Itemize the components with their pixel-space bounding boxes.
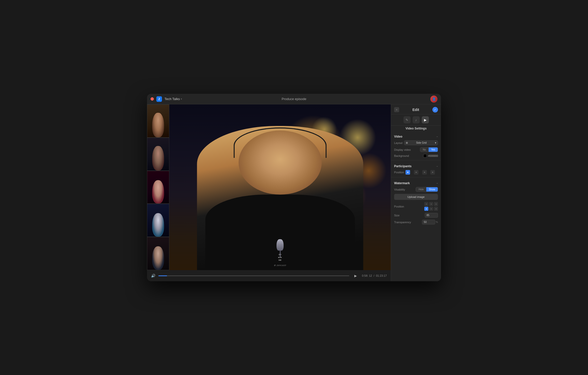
transparency-suffix: % — [436, 221, 438, 223]
progress-bar-fill — [158, 275, 167, 276]
participant-face-4 — [147, 204, 169, 237]
layout-row: Layout ⊞ Side Grid ▾ — [391, 139, 441, 146]
mic-body — [277, 239, 284, 251]
background-color-swatch[interactable] — [423, 154, 427, 158]
mic-stand — [280, 251, 281, 257]
tab-video[interactable]: ▶ — [422, 116, 429, 123]
display-video-row: Display video No Yes — [391, 146, 441, 153]
size-input[interactable] — [425, 213, 438, 218]
hide-button[interactable]: Hide — [416, 187, 426, 192]
wm-pos-tr[interactable] — [434, 202, 438, 206]
size-row: Size — [391, 212, 441, 219]
tab-edit[interactable]: ✎ — [403, 116, 411, 123]
right-panel: × Edit ✓ ✎ ♪ ▶ Video Settings Video − La… — [391, 104, 441, 281]
participant-face-5 — [147, 237, 169, 270]
panel-tabs: ✎ ♪ ▶ — [391, 114, 441, 126]
participant-thumb-2[interactable] — [147, 138, 169, 171]
pos-btn-2[interactable] — [414, 170, 418, 175]
wm-pos-bl[interactable] — [424, 207, 428, 211]
visibility-label: Visability — [394, 188, 405, 191]
participant-thumb-1[interactable] — [147, 104, 169, 138]
time-frame: 12 — [369, 274, 372, 277]
time-current: 0:58 — [362, 274, 367, 277]
volume-button[interactable]: 🔊 — [151, 274, 155, 278]
time-total: 01:23:17 — [376, 274, 387, 277]
participant-face-1 — [147, 105, 169, 137]
upload-image-button[interactable]: Upload image — [394, 194, 438, 200]
video-controls: 🔊 ▶ 0:58: 12 / 01:23:17 — [147, 270, 391, 281]
participants-position-grid — [406, 170, 438, 175]
video-section-title: Video − — [391, 132, 441, 139]
app-title: Tech Talks ▾ — [164, 97, 182, 101]
video-container: 20 wm 08 ⊕ zencas — [147, 104, 391, 270]
pos-btn-4[interactable] — [430, 170, 435, 175]
close-button[interactable] — [151, 97, 154, 101]
layout-label: Layout — [394, 141, 402, 144]
user-avatar[interactable]: 👤 — [430, 96, 437, 103]
panel-header: × Edit ✓ — [391, 104, 441, 114]
wm-pos-tc[interactable] — [429, 202, 433, 206]
layout-icon: ⊞ — [406, 141, 408, 144]
wm-pos-bc[interactable] — [429, 207, 433, 211]
watermark-position-grid — [424, 202, 438, 211]
app-window: Z Tech Talks ▾ Produce episode 👤 — [147, 94, 441, 281]
participants-section-collapse[interactable]: − — [436, 165, 438, 168]
watermark-position-label: Position — [394, 205, 404, 208]
participants-section-title: Participants − — [391, 162, 441, 169]
pos-btn-1[interactable] — [406, 170, 410, 175]
participants-sidebar — [147, 104, 169, 270]
panel-confirm-button[interactable]: ✓ — [432, 107, 438, 113]
transparency-input[interactable] — [422, 220, 435, 224]
watermark-position-row: Position — [391, 201, 441, 212]
panel-title: Edit — [412, 108, 419, 112]
wm-pos-tl[interactable] — [424, 202, 428, 206]
participant-face-3 — [147, 171, 169, 204]
title-bar-right: 👤 — [430, 96, 437, 103]
panel-subtitle: Video Settings — [391, 126, 441, 132]
background-hex-value: #000000 — [428, 155, 438, 157]
watermark-section-collapse[interactable]: − — [436, 182, 438, 185]
app-icon: Z — [156, 96, 162, 102]
visibility-toggle: Hide Show — [416, 187, 438, 192]
speaker-shirt: 20 wm 08 — [205, 195, 355, 270]
tab-audio[interactable]: ♪ — [413, 116, 420, 123]
video-area: 20 wm 08 ⊕ zencas — [147, 104, 391, 281]
participants-position-label: Position — [394, 171, 404, 174]
divider-1 — [391, 160, 441, 160]
play-button[interactable]: ▶ — [352, 274, 359, 278]
transparency-row: Transparency % — [391, 219, 441, 226]
progress-bar[interactable] — [158, 275, 349, 276]
display-video-toggle: No Yes — [420, 147, 438, 152]
main-content: 20 wm 08 ⊕ zencas — [147, 104, 441, 281]
participants-position-row: Position — [391, 169, 441, 176]
display-yes-button[interactable]: Yes — [429, 147, 438, 152]
watermark-section-title: Watermark − — [391, 179, 441, 186]
participant-thumb-4[interactable] — [147, 204, 169, 237]
participant-thumb-3[interactable] — [147, 171, 169, 204]
layout-select[interactable]: ⊞ Side Grid ▾ — [404, 140, 438, 145]
video-section-collapse[interactable]: − — [436, 135, 438, 138]
main-speaker-content: 20 wm 08 ⊕ zencas — [169, 104, 391, 270]
wm-pos-br[interactable] — [434, 207, 438, 211]
pos-btn-3[interactable] — [422, 170, 427, 175]
display-no-button[interactable]: No — [420, 147, 429, 152]
display-video-label: Display video — [394, 148, 411, 151]
background-label: Background — [394, 154, 409, 157]
time-display: 0:58: 12 / 01:23:17 — [362, 274, 387, 277]
speaker-head — [238, 130, 322, 195]
panel-close-button[interactable]: × — [394, 107, 399, 112]
title-bar: Z Tech Talks ▾ Produce episode 👤 — [147, 94, 441, 104]
visibility-row: Visability Hide Show — [391, 186, 441, 193]
transparency-label: Transparency — [394, 221, 411, 224]
background-row: Background #000000 — [391, 153, 441, 159]
divider-2 — [391, 177, 441, 177]
layout-chevron: ▾ — [435, 141, 436, 144]
title-bar-left: Z Tech Talks ▾ — [151, 96, 182, 102]
participant-thumb-5[interactable] — [147, 237, 169, 270]
main-speaker: 20 wm 08 ⊕ zencas — [169, 104, 391, 270]
show-button[interactable]: Show — [426, 187, 438, 192]
title-dropdown-icon[interactable]: ▾ — [181, 98, 182, 100]
app-name: Tech Talks — [164, 97, 180, 101]
size-label: Size — [394, 214, 399, 217]
microphone — [277, 239, 284, 257]
